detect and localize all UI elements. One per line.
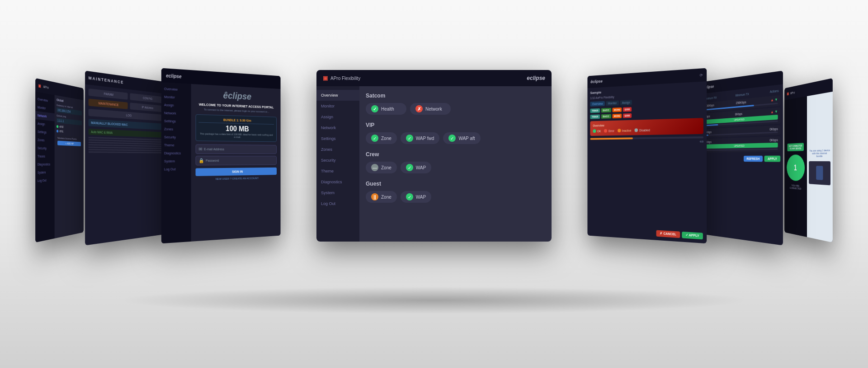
far-left-nav-system[interactable]: System: [35, 168, 54, 177]
portal-bundle-note: This package has a data limit of 100 MB.…: [198, 132, 274, 139]
main-content-area: Overview Monitor Assign Network Settings…: [316, 86, 552, 242]
maint-blocked-title: MANUALLY BLOCKED MAC: [91, 121, 162, 128]
eclipse-cancel-button[interactable]: ✗ CANCEL: [656, 230, 680, 238]
speed-row-3-tx: 0Kbps: [769, 127, 778, 131]
satcom-health-pill[interactable]: ✓ Health: [366, 103, 406, 115]
maint-box-config[interactable]: CONFIG: [130, 93, 164, 103]
main-sidebar: Overview Monitor Assign Network Settings…: [316, 86, 359, 242]
eclipse-dash-icon: ⟳: [700, 73, 703, 77]
far-left-eth0-dot: [57, 125, 58, 128]
eclipse-tag-moni-1: MONI: [612, 107, 622, 112]
portal-nav-settings[interactable]: Settings: [161, 117, 191, 126]
portal-bundle-title: BUNDLE 1: 9.99 €/m: [198, 117, 274, 125]
portal-email-input[interactable]: ✉ E-mail Address: [196, 144, 277, 154]
portal-create-account-link[interactable]: NEW USER ? CREATE AN ACCOUNT: [196, 177, 277, 181]
eclipse-tab-overview[interactable]: Overview: [590, 101, 604, 107]
satcom-network-label: Network: [425, 107, 442, 112]
far-left-wap-label: Wireless Access Points: [57, 136, 81, 140]
eclipse-inactive-dot: [618, 129, 621, 132]
portal-nav-assign[interactable]: Assign: [161, 101, 191, 110]
screen-portal: eclipse Overview Monitor Assign Network …: [161, 68, 281, 244]
far-left-logo: ▣: [38, 83, 41, 88]
portal-nav-diagnostics[interactable]: Diagnostics: [161, 149, 191, 157]
portal-nav-system[interactable]: System: [161, 157, 191, 165]
screen-connected: ▣ APro NOT CONNECTED TO ANY DEVICE 1 YOU…: [784, 78, 833, 242]
main-sidebar-settings[interactable]: Settings: [316, 133, 359, 144]
conn-main: NOT CONNECTED TO ANY DEVICE 1 YOU ARE CO…: [784, 92, 833, 242]
guest-zone-pill[interactable]: || Zone: [366, 191, 397, 203]
vip-zone-pill[interactable]: ✓ Zone: [366, 132, 397, 144]
vip-wapaft-pill[interactable]: ✓ WAP aft: [443, 132, 480, 144]
portal-logo: eclipse: [166, 73, 181, 79]
eclipse-apply-button[interactable]: ✓ APPLY: [682, 232, 703, 239]
portal-bundle-card: BUNDLE 1: 9.99 €/m 100 MB This package h…: [196, 114, 277, 142]
guest-section: Guest || Zone ✓ WAP: [366, 181, 545, 203]
eclipse-tab-assign[interactable]: Assign: [620, 100, 632, 105]
speed-apply-button[interactable]: APPLY: [764, 156, 780, 162]
vip-wapaft-icon: ✓: [448, 135, 456, 142]
speed-row-4-updated-badge: UPDATED: [705, 143, 778, 149]
vip-wapfwd-pill[interactable]: ✓ WAP fwd: [401, 132, 440, 144]
guest-wap-pill[interactable]: ✓ WAP: [401, 191, 431, 203]
maint-data-row-7: [89, 151, 165, 154]
portal-nav-security[interactable]: Security: [161, 133, 191, 142]
crew-zone-label: Zone: [381, 165, 392, 170]
far-left-nav-logout[interactable]: Log Out: [35, 176, 54, 185]
guest-wap-label: WAP: [416, 195, 426, 200]
far-left-eth1-label: eth1: [59, 130, 63, 133]
eclipse-disabled-dot: [635, 128, 638, 132]
eclipse-error-dot: [604, 129, 607, 133]
maint-box-maintenance[interactable]: MAINTENANCE: [89, 98, 128, 109]
far-left-wap-section: Wireless Access Points + ADD AP: [57, 135, 82, 147]
screen-main: ▣ APro Flexibility eclipse Overview Moni…: [316, 70, 552, 242]
guest-wap-icon: ✓: [406, 193, 413, 200]
crew-wap-pill[interactable]: ✓ WAP: [401, 162, 431, 173]
satcom-network-pill[interactable]: ✗ Network: [410, 103, 451, 115]
speed-row-1-action: ▲ ▼: [770, 98, 778, 102]
main-sidebar-diagnostics[interactable]: Diagnostics: [316, 177, 359, 187]
portal-nav-zones[interactable]: Zones: [161, 125, 191, 134]
main-sidebar-system[interactable]: System: [316, 187, 359, 198]
maint-auto-mac: Auto MAC & IMAA: [89, 129, 165, 138]
maint-box-param[interactable]: PARAM: [89, 89, 128, 100]
conn-light-panel: You are using 1 device with this interne…: [807, 92, 833, 242]
portal-logo-large: êclipse: [196, 89, 277, 103]
eclipse-overview-label: Overview: [593, 121, 700, 127]
eclipse-status-inactive: Inactive: [618, 129, 631, 133]
portal-nav-logout[interactable]: Log Out: [161, 165, 191, 173]
portal-password-placeholder: Password: [206, 159, 219, 162]
far-left-add-btn[interactable]: + ADD AP: [57, 141, 81, 146]
portal-password-input[interactable]: 🔒 Password: [196, 156, 277, 165]
main-brand-icon: ▣: [323, 75, 328, 81]
eclipse-error-label: Error: [609, 129, 614, 132]
far-left-nav-traces[interactable]: Traces: [35, 152, 54, 160]
main-sidebar-zones[interactable]: Zones: [316, 144, 359, 155]
speed-row-4: 0Kbps 0Kbps UPDATED: [703, 136, 780, 153]
far-left-nav-security[interactable]: Security: [35, 144, 54, 153]
guest-zone-label: Zone: [381, 195, 392, 200]
crew-zone-pill[interactable]: — Zone: [366, 162, 397, 173]
eclipse-tab-monitor[interactable]: Monitor: [606, 101, 618, 106]
main-sidebar-network[interactable]: Network: [316, 122, 359, 133]
main-logo-right: eclipse: [527, 75, 545, 81]
portal-nav-network[interactable]: Network: [161, 109, 191, 118]
speed-refresh-button[interactable]: REFRESH: [744, 156, 763, 162]
main-sidebar-monitor[interactable]: Monitor: [316, 101, 359, 112]
far-left-nav-zones[interactable]: Zones: [35, 135, 54, 144]
main-sidebar-logout[interactable]: Log Out: [316, 198, 359, 209]
speed-row-2-bar: [705, 124, 718, 126]
main-sidebar-assign[interactable]: Assign: [316, 112, 359, 122]
vip-zone-label: Zone: [381, 136, 392, 141]
satcom-section: Satcom ✓ Health ✗ Network: [366, 93, 545, 115]
main-sidebar-overview[interactable]: Overview: [316, 90, 359, 101]
speed-row-2-action: ▲ ▼: [770, 109, 778, 114]
main-sidebar-theme[interactable]: Theme: [316, 166, 359, 177]
crew-pills: — Zone ✓ WAP: [366, 162, 545, 173]
portal-signin-button[interactable]: SIGN IN: [196, 168, 277, 176]
far-left-nav-diagnostics[interactable]: Diagnostics: [35, 160, 54, 168]
main-sidebar-security[interactable]: Security: [316, 155, 359, 166]
maint-box-ip[interactable]: IP Address: [130, 102, 164, 112]
speed-row-2-tx: 0Kbps: [735, 112, 742, 116]
portal-nav-theme[interactable]: Theme: [161, 141, 191, 149]
conn-logo-icon: ▣: [787, 91, 789, 96]
